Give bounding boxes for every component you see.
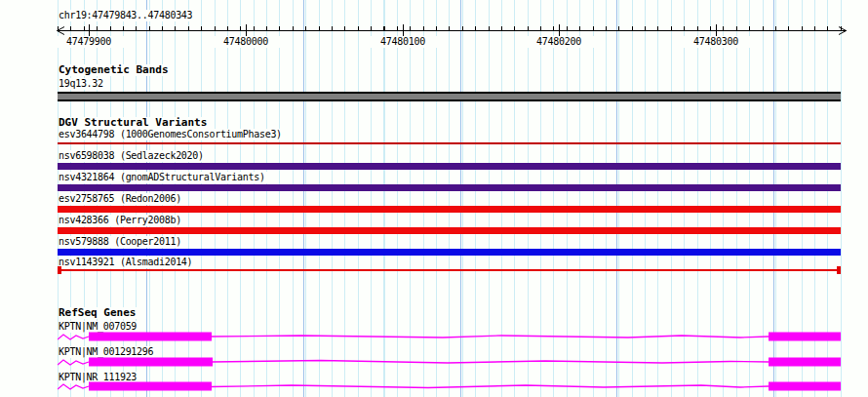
variant-feature-esv3644798[interactable] — [58, 142, 841, 144]
major-tick — [559, 24, 560, 36]
major-tick — [246, 24, 247, 36]
tick-label: 47480100 — [359, 36, 447, 48]
major-tick — [89, 24, 90, 36]
variant-feature-esv2758765[interactable] — [58, 206, 841, 213]
variant-label: nsv4321864 (gnomADStructuralVariants) — [59, 172, 268, 183]
refseq-heading: RefSeq Genes — [59, 307, 138, 319]
minor-ticks — [58, 26, 842, 30]
band-label: 19q13.32 — [59, 78, 106, 90]
variant-label: nsv1143921 (Alsmadi2014) — [59, 257, 195, 268]
variant-label: esv2758765 (Redon2006) — [59, 193, 184, 205]
variant-endcap-right — [837, 266, 841, 274]
variant-feature-nsv1143921[interactable] — [58, 269, 841, 271]
gene-model-NM_007059[interactable] — [58, 332, 842, 342]
variant-label: nsv6598038 (Sedlazeck2020) — [59, 150, 207, 162]
genome-browser-view: chr19:47479843..47480343 47479900 474800… — [0, 0, 868, 397]
major-tick — [403, 24, 404, 36]
variant-feature-nsv428366[interactable] — [58, 227, 841, 234]
variant-feature-nsv4321864[interactable] — [58, 184, 841, 191]
cytogenetic-band-bar[interactable] — [58, 92, 841, 101]
variant-endcap-left — [58, 266, 61, 274]
variant-label: nsv428366 (Perry2008b) — [59, 215, 184, 226]
exon-block — [89, 358, 213, 367]
region-title: chr19:47479843..47480343 — [59, 10, 195, 21]
tick-label: 47480300 — [672, 36, 760, 48]
variant-label: esv3644798 (1000GenomesConsortiumPhase3) — [59, 129, 285, 140]
tick-label: 47480000 — [202, 36, 290, 48]
exon-block — [89, 333, 212, 341]
dgv-heading: DGV Structural Variants — [59, 117, 210, 129]
variant-feature-nsv6598038[interactable] — [58, 163, 841, 170]
cytogenetic-bands-heading: Cytogenetic Bands — [59, 64, 172, 76]
tick-label: 47479900 — [45, 36, 133, 48]
tick-label: 47480200 — [515, 36, 603, 48]
exon-block — [769, 333, 841, 341]
gene-model-NR_111923[interactable] — [58, 381, 842, 392]
exon-block — [89, 382, 212, 391]
exon-block — [769, 382, 841, 391]
major-tick — [716, 24, 717, 36]
gene-model-NM_001291296[interactable] — [58, 357, 842, 368]
variant-feature-nsv579888[interactable] — [58, 249, 841, 256]
variant-label: nsv579888 (Cooper2011) — [59, 236, 184, 248]
exon-block — [769, 358, 841, 367]
